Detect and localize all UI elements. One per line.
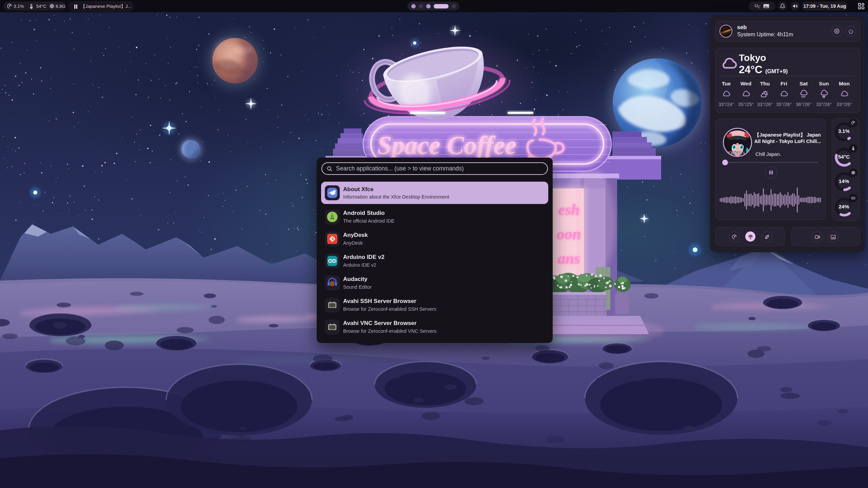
- svg-text:TOKYO LO: TOKYO LO: [726, 150, 750, 156]
- svg-text:ans: ans: [558, 250, 580, 267]
- svg-text:oon: oon: [557, 225, 581, 243]
- svg-text:esh: esh: [558, 201, 580, 218]
